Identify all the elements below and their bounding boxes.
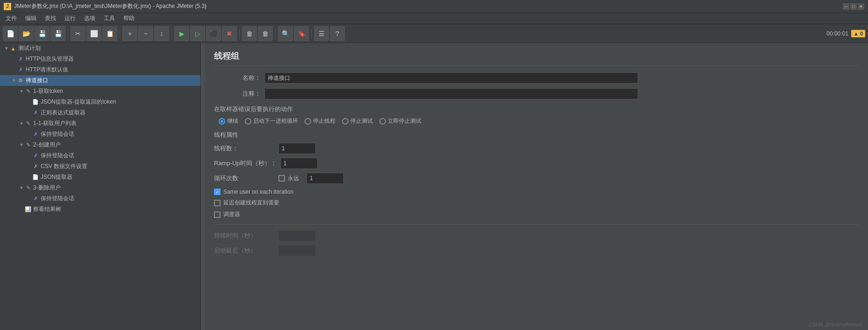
save-as-button[interactable]: 💾 bbox=[50, 26, 65, 41]
radio-start-next-btn[interactable] bbox=[245, 118, 251, 125]
radio-start-next-label: 启动下一进程循环 bbox=[253, 117, 298, 125]
tree-item-csv-data[interactable]: ✗ CSV 数据文件设置 bbox=[0, 161, 200, 172]
ramp-up-input[interactable] bbox=[280, 158, 318, 169]
tree-label: JSON提取器 bbox=[41, 173, 72, 181]
toggle-icon[interactable]: ▼ bbox=[4, 46, 9, 51]
tree-label: 1-获取token bbox=[33, 87, 63, 95]
tree-item-create-user[interactable]: ▼ ✎ 2-创建用户 bbox=[0, 140, 200, 150]
copy-button[interactable]: ⬜ bbox=[86, 26, 101, 41]
radio-stop-thread-btn[interactable] bbox=[305, 118, 311, 125]
tree-item-json-extractor-token[interactable]: 📄 JSON提取器-提取返回的token bbox=[0, 97, 200, 107]
toggle-icon[interactable]: ▼ bbox=[19, 89, 24, 94]
open-file-button[interactable]: 📂 bbox=[19, 26, 34, 41]
maximize-btn[interactable]: □ bbox=[850, 3, 857, 10]
menu-options[interactable]: 选项 bbox=[80, 14, 99, 23]
loop-count-input[interactable] bbox=[306, 173, 344, 184]
name-input[interactable] bbox=[264, 72, 638, 84]
tree-item-keep-session-2[interactable]: ✗ 保持登陆会话 bbox=[0, 150, 200, 161]
forever-check-box[interactable] bbox=[278, 175, 285, 182]
delay-start-label: 延迟创建线程直到需要 bbox=[223, 199, 279, 207]
tree-item-channel-api[interactable]: ▼ ⚙ 禅道接口 bbox=[0, 75, 200, 86]
same-user-checkbox[interactable]: ✓ Same user on each iteration bbox=[214, 189, 859, 195]
bookmark-button[interactable]: 🔖 bbox=[294, 26, 309, 41]
delay-start-row: 延迟创建线程直到需要 bbox=[214, 199, 859, 207]
close-btn[interactable]: ✕ bbox=[858, 3, 864, 10]
tree-panel: ▼ ▲ 测试计划 ✗ HTTP信息头管理器 ✗ HTTP请求默认值 ▼ ⚙ 禅道… bbox=[0, 43, 201, 330]
menu-help[interactable]: 帮助 bbox=[120, 14, 138, 23]
forever-checkbox[interactable]: 永远 bbox=[278, 175, 299, 183]
search-button[interactable]: 🔍 bbox=[278, 26, 293, 41]
separator-5 bbox=[275, 28, 276, 39]
tree-item-get-token[interactable]: ▼ ✎ 1-获取token bbox=[0, 86, 200, 97]
menu-edit[interactable]: 编辑 bbox=[21, 14, 40, 23]
same-user-check-box[interactable]: ✓ bbox=[214, 189, 221, 195]
tree-label: 测试计划 bbox=[18, 44, 41, 52]
toggle-icon[interactable]: ▼ bbox=[19, 185, 24, 190]
start-delay-input[interactable] bbox=[278, 245, 316, 256]
toggle-icon[interactable]: ▼ bbox=[11, 78, 17, 83]
menu-run[interactable]: 运行 bbox=[61, 14, 79, 23]
paste-button[interactable]: 📋 bbox=[102, 26, 117, 41]
same-user-label: Same user on each iteration bbox=[223, 189, 293, 195]
new-file-button[interactable]: 📄 bbox=[3, 26, 18, 41]
resize-handle[interactable]: ⋮ bbox=[201, 43, 205, 330]
tree-item-http-defaults[interactable]: ✗ HTTP请求默认值 bbox=[0, 64, 200, 75]
tree-item-json-extractor[interactable]: 📄 JSON提取器 bbox=[0, 172, 200, 183]
expand-button[interactable]: + bbox=[122, 26, 137, 41]
tree-item-result-tree[interactable]: 📊 察看结果树 bbox=[0, 204, 200, 215]
config-icon: ✗ bbox=[17, 66, 24, 74]
menu-file[interactable]: 文件 bbox=[2, 14, 21, 23]
log-button[interactable]: ☰ bbox=[314, 26, 329, 41]
radio-stop-test-btn[interactable] bbox=[342, 118, 349, 125]
tree-item-http-header[interactable]: ✗ HTTP信息头管理器 bbox=[0, 54, 200, 64]
radio-stop-thread-label: 停止线程 bbox=[313, 117, 335, 125]
tree-item-test-plan[interactable]: ▼ ▲ 测试计划 bbox=[0, 43, 200, 54]
scheduler-check-box[interactable] bbox=[214, 211, 221, 218]
tree-item-keep-session-3[interactable]: ✗ 保持登陆会话 bbox=[0, 193, 200, 204]
tree-label: 3-删除用户 bbox=[33, 184, 61, 192]
radio-stop-thread[interactable]: 停止线程 bbox=[305, 117, 335, 125]
delay-start-check-box[interactable] bbox=[214, 200, 221, 206]
tree-label: CSV 数据文件设置 bbox=[41, 162, 87, 170]
start-button[interactable]: ▶ bbox=[174, 26, 189, 41]
section-title: 线程组 bbox=[214, 50, 859, 66]
radio-start-next[interactable]: 启动下一进程循环 bbox=[245, 117, 298, 125]
shutdown-button[interactable]: ✖ bbox=[222, 26, 237, 41]
duration-input[interactable] bbox=[278, 230, 316, 241]
toggle-icon[interactable]: ▼ bbox=[19, 142, 24, 147]
cut-button[interactable]: ✂ bbox=[71, 26, 85, 41]
tree-item-regex-extractor[interactable]: ✗ 正则表达式提取器 bbox=[0, 107, 200, 118]
clear-button[interactable]: 🗑 bbox=[242, 26, 257, 41]
toggle-button[interactable]: ↕ bbox=[154, 26, 169, 41]
radio-continue-btn[interactable] bbox=[219, 118, 225, 125]
thread-count-input[interactable] bbox=[278, 143, 316, 154]
toggle-icon[interactable]: ▼ bbox=[19, 121, 24, 126]
radio-stop-test[interactable]: 停止测试 bbox=[342, 117, 373, 125]
delay-start-checkbox[interactable]: 延迟创建线程直到需要 bbox=[214, 199, 859, 207]
start-no-pauses-button[interactable]: ▷ bbox=[190, 26, 205, 41]
separator-6 bbox=[311, 28, 312, 39]
tree-item-get-user-list[interactable]: ▼ ✎ 1-1-获取用户列表 bbox=[0, 118, 200, 129]
clear-all-button[interactable]: 🗑 bbox=[258, 26, 273, 41]
menu-tools[interactable]: 工具 bbox=[100, 14, 119, 23]
radio-stop-test-now-btn[interactable] bbox=[379, 118, 386, 125]
thread-count-label: 线程数： bbox=[214, 144, 275, 153]
separator-2 bbox=[120, 28, 120, 39]
help-button[interactable]: ? bbox=[330, 26, 345, 41]
scheduler-checkbox[interactable]: 调度器 bbox=[214, 211, 859, 218]
radio-stop-test-now[interactable]: 立即停止测试 bbox=[379, 117, 421, 125]
radio-stop-test-label: 停止测试 bbox=[350, 117, 373, 125]
app-icon: J bbox=[4, 3, 11, 10]
stop-button[interactable]: ⬛ bbox=[206, 26, 221, 41]
tree-item-delete-user[interactable]: ▼ ✎ 3-删除用户 bbox=[0, 183, 200, 193]
save-file-button[interactable]: 💾 bbox=[35, 26, 50, 41]
config-icon: ✗ bbox=[17, 56, 24, 63]
sampler-icon: ✎ bbox=[24, 141, 32, 149]
tree-item-keep-session-1[interactable]: ✗ 保持登陆会话 bbox=[0, 129, 200, 140]
radio-continue[interactable]: 继续 bbox=[219, 117, 238, 125]
collapse-button[interactable]: − bbox=[138, 26, 153, 41]
menu-find[interactable]: 查找 bbox=[41, 14, 60, 23]
sampler-icon: ✎ bbox=[24, 184, 32, 192]
comment-input[interactable] bbox=[264, 88, 638, 99]
minimize-btn[interactable]: ─ bbox=[843, 3, 849, 10]
